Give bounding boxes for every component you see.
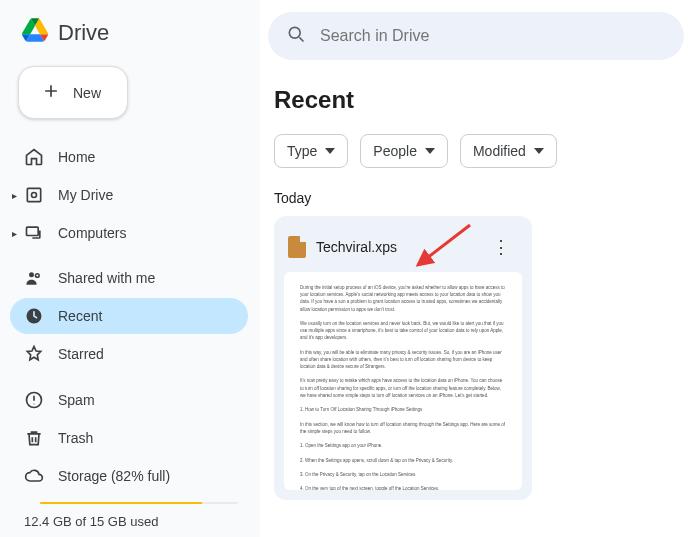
sidebar-item-label: My Drive bbox=[58, 187, 113, 203]
main: Recent Type People Modified Today Techvi… bbox=[260, 0, 700, 537]
sidebar-item-recent[interactable]: Recent bbox=[10, 298, 248, 334]
file-thumbnail: During the initial setup process of an i… bbox=[284, 272, 522, 490]
sidebar-item-label: Storage (82% full) bbox=[58, 468, 170, 484]
sidebar-item-computers[interactable]: ▸ Computers bbox=[10, 215, 248, 251]
sidebar-item-label: Trash bbox=[58, 430, 93, 446]
sidebar-item-my-drive[interactable]: ▸ My Drive bbox=[10, 177, 248, 213]
file-type-icon bbox=[288, 236, 306, 258]
brand-name: Drive bbox=[58, 20, 109, 46]
brand: Drive bbox=[0, 8, 260, 66]
storage-bar bbox=[40, 502, 238, 504]
drive-logo-icon bbox=[22, 18, 48, 48]
sidebar-item-starred[interactable]: Starred bbox=[10, 336, 248, 372]
home-icon bbox=[24, 147, 44, 167]
filter-people[interactable]: People bbox=[360, 134, 448, 168]
star-icon bbox=[24, 344, 44, 364]
sidebar-item-label: Home bbox=[58, 149, 95, 165]
sidebar: Drive New Home ▸ My Drive ▸ Computers Sh… bbox=[0, 0, 260, 537]
search-bar[interactable] bbox=[268, 12, 684, 60]
computers-icon bbox=[24, 223, 44, 243]
sidebar-item-label: Spam bbox=[58, 392, 95, 408]
sidebar-item-label: Computers bbox=[58, 225, 126, 241]
sidebar-item-storage[interactable]: Storage (82% full) bbox=[10, 458, 248, 494]
file-card[interactable]: Techviral.xps ⋮ During the initial setup… bbox=[274, 216, 532, 500]
chip-label: Type bbox=[287, 143, 317, 159]
chip-label: Modified bbox=[473, 143, 526, 159]
section-today-label: Today bbox=[260, 168, 684, 216]
plus-icon bbox=[41, 81, 61, 104]
svg-point-7 bbox=[289, 27, 300, 38]
chevron-down-icon bbox=[325, 146, 335, 156]
filter-modified[interactable]: Modified bbox=[460, 134, 557, 168]
spam-icon bbox=[24, 390, 44, 410]
search-icon bbox=[286, 24, 306, 48]
clock-icon bbox=[24, 306, 44, 326]
new-button[interactable]: New bbox=[18, 66, 128, 119]
svg-rect-0 bbox=[27, 188, 40, 201]
page-title: Recent bbox=[260, 60, 684, 134]
trash-icon bbox=[24, 428, 44, 448]
storage-text: 12.4 GB of 15 GB used bbox=[0, 504, 260, 529]
expand-icon: ▸ bbox=[12, 228, 17, 239]
expand-icon: ▸ bbox=[12, 190, 17, 201]
svg-point-1 bbox=[32, 193, 37, 198]
shared-icon bbox=[24, 268, 44, 288]
sidebar-item-home[interactable]: Home bbox=[10, 139, 248, 175]
sidebar-item-label: Starred bbox=[58, 346, 104, 362]
cloud-icon bbox=[24, 466, 44, 486]
file-name: Techviral.xps bbox=[316, 239, 474, 255]
sidebar-item-trash[interactable]: Trash bbox=[10, 420, 248, 456]
filter-type[interactable]: Type bbox=[274, 134, 348, 168]
search-input[interactable] bbox=[320, 27, 666, 45]
sidebar-item-spam[interactable]: Spam bbox=[10, 382, 248, 418]
new-button-label: New bbox=[73, 85, 101, 101]
file-more-menu[interactable]: ⋮ bbox=[484, 232, 518, 262]
chevron-down-icon bbox=[425, 146, 435, 156]
sidebar-item-label: Shared with me bbox=[58, 270, 155, 286]
filter-row: Type People Modified bbox=[260, 134, 684, 168]
svg-point-3 bbox=[29, 273, 34, 278]
storage-fill bbox=[40, 502, 202, 504]
chevron-down-icon bbox=[534, 146, 544, 156]
chip-label: People bbox=[373, 143, 417, 159]
sidebar-item-shared[interactable]: Shared with me bbox=[10, 260, 248, 296]
svg-rect-2 bbox=[27, 227, 39, 235]
drive-icon bbox=[24, 185, 44, 205]
svg-point-4 bbox=[36, 274, 40, 278]
sidebar-item-label: Recent bbox=[58, 308, 102, 324]
